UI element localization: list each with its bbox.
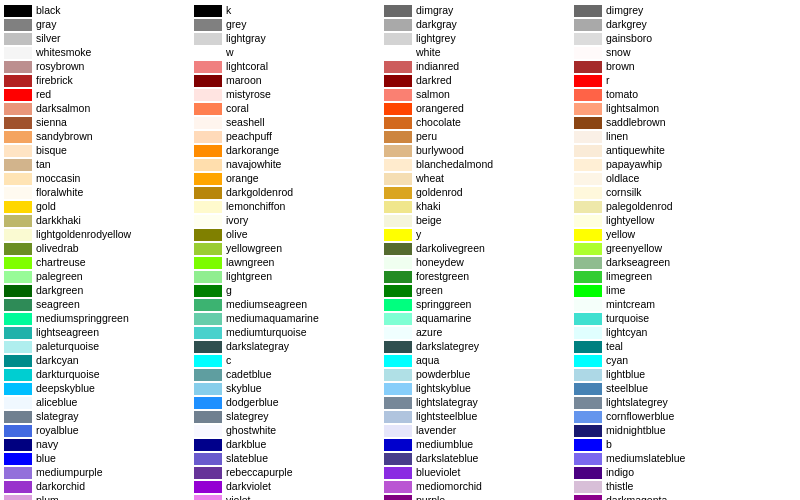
color-swatch — [4, 229, 32, 241]
color-row: y — [384, 228, 574, 241]
color-swatch — [384, 103, 412, 115]
color-swatch — [384, 145, 412, 157]
color-swatch — [4, 341, 32, 353]
color-label: sienna — [36, 116, 67, 129]
color-row: cornsilk — [574, 186, 764, 199]
color-label: papayawhip — [606, 158, 662, 171]
color-row: saddlebrown — [574, 116, 764, 129]
color-row: papayawhip — [574, 158, 764, 171]
column-1: blackgraysilverwhitesmokerosybrownfirebr… — [4, 4, 194, 500]
color-label: darkslategray — [226, 340, 289, 353]
color-label: greenyellow — [606, 242, 662, 255]
color-label: turquoise — [606, 312, 649, 325]
color-swatch — [4, 47, 32, 59]
color-row: dimgrey — [574, 4, 764, 17]
color-row: w — [194, 46, 384, 59]
column-2: kgreylightgraywlightcoralmaroonmistyrose… — [194, 4, 384, 500]
color-label: bisque — [36, 144, 67, 157]
color-row: moccasin — [4, 172, 194, 185]
color-label: floralwhite — [36, 186, 83, 199]
color-swatch — [384, 481, 412, 493]
color-row: indigo — [574, 466, 764, 479]
color-swatch — [574, 243, 602, 255]
color-swatch — [384, 187, 412, 199]
color-swatch — [384, 453, 412, 465]
color-row: blueviolet — [384, 466, 574, 479]
color-row: darkseagreen — [574, 256, 764, 269]
color-label: indigo — [606, 466, 634, 479]
color-label: y — [416, 228, 421, 241]
color-swatch — [4, 61, 32, 73]
color-row: lightgreen — [194, 270, 384, 283]
color-label: cyan — [606, 354, 628, 367]
color-label: navy — [36, 438, 58, 451]
color-label: c — [226, 354, 231, 367]
color-label: royalblue — [36, 424, 79, 437]
color-label: peachpuff — [226, 130, 272, 143]
color-label: plum — [36, 494, 59, 500]
color-row: limegreen — [574, 270, 764, 283]
color-swatch — [4, 201, 32, 213]
color-label: chocolate — [416, 116, 461, 129]
color-row: green — [384, 284, 574, 297]
color-row: violet — [194, 494, 384, 500]
color-row: silver — [4, 32, 194, 45]
color-label: lightgoldenrodyellow — [36, 228, 131, 241]
color-swatch — [384, 19, 412, 31]
color-row: honeydew — [384, 256, 574, 269]
color-label: lightslategray — [416, 396, 478, 409]
color-swatch — [194, 145, 222, 157]
color-label: darkseagreen — [606, 256, 670, 269]
color-row: plum — [4, 494, 194, 500]
color-row: rosybrown — [4, 60, 194, 73]
color-swatch — [384, 299, 412, 311]
color-swatch — [574, 425, 602, 437]
color-row: azure — [384, 326, 574, 339]
color-label: white — [416, 46, 441, 59]
color-label: dodgerblue — [226, 396, 279, 409]
color-row: black — [4, 4, 194, 17]
color-swatch — [384, 61, 412, 73]
color-row: steelblue — [574, 382, 764, 395]
color-label: lightblue — [606, 368, 645, 381]
color-swatch — [194, 61, 222, 73]
color-label: green — [416, 284, 443, 297]
color-swatch — [574, 481, 602, 493]
color-label: darkslateblue — [416, 452, 478, 465]
color-label: chartreuse — [36, 256, 86, 269]
color-swatch — [4, 257, 32, 269]
color-row: olivedrab — [4, 242, 194, 255]
color-row: coral — [194, 102, 384, 115]
color-row: darkgoldenrod — [194, 186, 384, 199]
color-row: darkblue — [194, 438, 384, 451]
color-label: wheat — [416, 172, 444, 185]
color-swatch — [574, 341, 602, 353]
color-label: lightslategrey — [606, 396, 668, 409]
color-label: black — [36, 4, 61, 17]
color-row: beige — [384, 214, 574, 227]
color-row: cyan — [574, 354, 764, 367]
color-swatch — [194, 439, 222, 451]
color-row: lime — [574, 284, 764, 297]
color-label: sandybrown — [36, 130, 93, 143]
color-label: slategrey — [226, 410, 269, 423]
color-swatch — [384, 201, 412, 213]
color-swatch — [574, 5, 602, 17]
color-swatch — [4, 117, 32, 129]
color-swatch — [4, 243, 32, 255]
color-row: teal — [574, 340, 764, 353]
color-row: maroon — [194, 74, 384, 87]
color-row: chocolate — [384, 116, 574, 129]
color-swatch — [194, 271, 222, 283]
color-swatch — [384, 327, 412, 339]
color-swatch — [384, 313, 412, 325]
color-label: burlywood — [416, 144, 464, 157]
color-label: mediumblue — [416, 438, 473, 451]
color-row: blue — [4, 452, 194, 465]
color-swatch — [194, 327, 222, 339]
color-label: mediomorchid — [416, 480, 482, 493]
color-row: ghostwhite — [194, 424, 384, 437]
color-swatch — [4, 383, 32, 395]
color-swatch — [574, 453, 602, 465]
color-swatch — [4, 313, 32, 325]
